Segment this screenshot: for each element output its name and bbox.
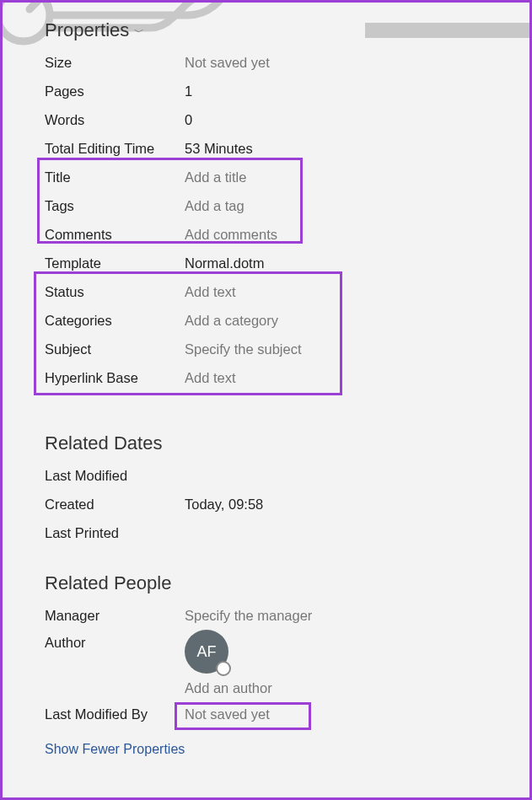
prop-value-template: Normal.dotm: [185, 255, 264, 271]
prop-row-template: Template Normal.dotm: [3, 249, 529, 277]
prop-placeholder-subject[interactable]: Specify the subject: [185, 341, 302, 357]
author-avatar[interactable]: AF: [185, 630, 228, 674]
properties-heading[interactable]: Properties ﹀: [3, 3, 529, 48]
prop-label-manager: Manager: [45, 608, 185, 624]
prop-placeholder-hyperlink-base[interactable]: Add text: [185, 370, 236, 386]
prop-label-size: Size: [45, 55, 185, 71]
prop-value-created: Today, 09:58: [185, 497, 263, 513]
prop-placeholder-status[interactable]: Add text: [185, 284, 236, 300]
prop-value-editing-time: 53 Minutes: [185, 141, 253, 157]
prop-row-editing-time: Total Editing Time 53 Minutes: [3, 134, 529, 163]
related-people-heading: Related People: [3, 547, 529, 601]
prop-row-pages: Pages 1: [3, 77, 529, 105]
prop-row-last-printed: Last Printed: [3, 518, 529, 547]
prop-placeholder-tags[interactable]: Add a tag: [185, 198, 245, 214]
prop-row-manager[interactable]: Manager Specify the manager: [3, 601, 529, 630]
prop-row-size: Size Not saved yet: [3, 48, 529, 77]
prop-value-pages: 1: [185, 83, 192, 99]
prop-row-comments[interactable]: Comments Add comments: [3, 220, 529, 249]
prop-label-hyperlink-base: Hyperlink Base: [45, 370, 185, 386]
prop-placeholder-comments[interactable]: Add comments: [185, 227, 277, 243]
prop-row-hyperlink-base[interactable]: Hyperlink Base Add text: [3, 363, 529, 392]
prop-row-author: Author AF: [3, 630, 529, 674]
prop-row-tags[interactable]: Tags Add a tag: [3, 191, 529, 220]
prop-row-created: Created Today, 09:58: [3, 490, 529, 518]
related-dates-heading: Related Dates: [3, 392, 529, 461]
prop-row-last-modified-by: Last Modified By Not saved yet: [3, 696, 529, 725]
properties-heading-label: Properties: [45, 19, 129, 41]
prop-placeholder-manager[interactable]: Specify the manager: [185, 608, 312, 624]
add-author-row: Add an author: [3, 674, 529, 696]
prop-row-categories[interactable]: Categories Add a category: [3, 306, 529, 335]
prop-label-created: Created: [45, 497, 185, 513]
prop-label-editing-time: Total Editing Time: [45, 141, 185, 157]
prop-label-subject: Subject: [45, 341, 185, 357]
prop-label-status: Status: [45, 284, 185, 300]
prop-row-words: Words 0: [3, 105, 529, 134]
author-initials: AF: [196, 643, 216, 661]
prop-row-last-modified: Last Modified: [3, 461, 529, 490]
prop-row-subject[interactable]: Subject Specify the subject: [3, 335, 529, 363]
prop-label-last-printed: Last Printed: [45, 525, 185, 541]
prop-placeholder-categories[interactable]: Add a category: [185, 313, 278, 329]
prop-label-title: Title: [45, 169, 185, 185]
prop-label-tags: Tags: [45, 198, 185, 214]
prop-label-last-modified: Last Modified: [45, 468, 185, 484]
chevron-down-icon: ﹀: [134, 25, 144, 40]
prop-label-categories: Categories: [45, 313, 185, 329]
prop-row-status[interactable]: Status Add text: [3, 277, 529, 306]
prop-value-words: 0: [185, 112, 192, 128]
prop-value-size: Not saved yet: [185, 55, 270, 71]
prop-placeholder-title[interactable]: Add a title: [185, 169, 246, 185]
prop-label-last-modified-by: Last Modified By: [45, 706, 185, 722]
prop-value-last-modified-by: Not saved yet: [185, 706, 270, 722]
prop-label-author: Author: [45, 630, 185, 674]
avatar-status-icon: [216, 661, 231, 676]
add-author-field[interactable]: Add an author: [185, 680, 272, 695]
prop-label-comments: Comments: [45, 227, 185, 243]
prop-label-template: Template: [45, 255, 185, 271]
show-fewer-properties-link[interactable]: Show Fewer Properties: [3, 725, 529, 757]
prop-label-words: Words: [45, 112, 185, 128]
prop-row-title[interactable]: Title Add a title: [3, 163, 529, 191]
prop-label-pages: Pages: [45, 83, 185, 99]
